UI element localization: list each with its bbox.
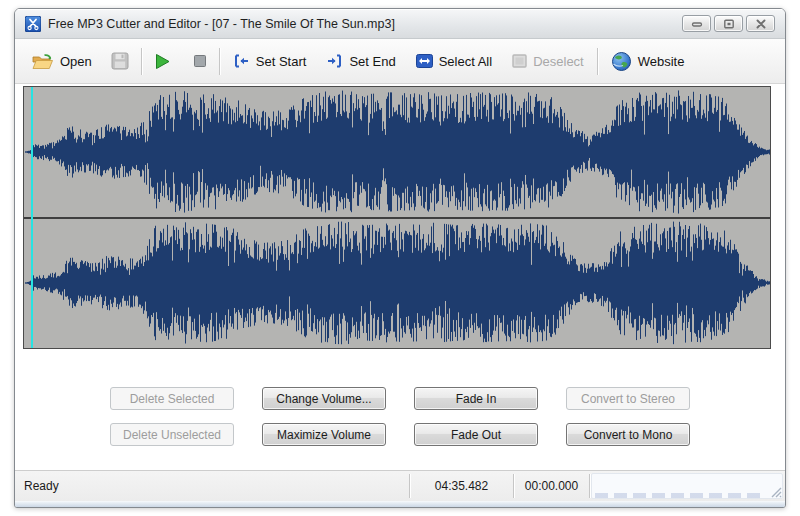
select-all-icon [416,54,433,68]
delete-unselected-button[interactable]: Delete Unselected [110,423,234,446]
toolbar-separator [597,48,598,75]
save-button[interactable] [107,48,133,74]
fade-out-button[interactable]: Fade Out [414,423,538,446]
set-start-icon [233,54,250,68]
app-window: Free MP3 Cutter and Editor - [07 - The S… [14,8,786,508]
waveform-panel [23,86,771,349]
action-buttons: Delete Selected Change Volume... Fade In… [110,387,690,446]
total-length-display: 04:35.482 [410,479,513,493]
set-end-button[interactable]: Set End [321,50,400,73]
convert-to-stereo-button[interactable]: Convert to Stereo [566,387,690,410]
minimize-button[interactable] [682,15,711,32]
maximize-icon [723,19,735,29]
stop-button[interactable] [189,50,211,72]
window-title: Free MP3 Cutter and Editor - [07 - The S… [48,17,395,31]
save-floppy-icon [111,52,129,70]
statusbar-separator [589,474,590,498]
statusbar: Ready 04:35.482 00:00.000 [15,470,785,501]
waveform-canvas[interactable] [24,87,770,348]
open-label: Open [60,54,92,69]
position-display: 00:00.000 [514,479,589,493]
set-end-icon [326,54,343,68]
play-button[interactable] [150,49,175,74]
open-button[interactable]: Open [27,49,97,74]
set-start-button[interactable]: Set Start [228,50,312,73]
close-button[interactable] [746,15,775,32]
window-controls [682,15,775,32]
set-start-label: Set Start [256,54,307,69]
deselect-button[interactable]: Deselect [507,50,589,73]
fade-in-button[interactable]: Fade In [414,387,538,410]
website-label: Website [638,54,685,69]
delete-selected-button[interactable]: Delete Selected [110,387,234,410]
open-folder-icon [32,53,54,70]
website-globe-icon [611,51,632,72]
resize-grip[interactable] [770,486,783,499]
change-volume-button[interactable]: Change Volume... [262,387,386,410]
status-message: Ready [24,479,59,493]
select-all-button[interactable]: Select All [411,50,497,73]
app-icon [25,16,41,32]
close-icon [755,19,767,29]
maximize-button[interactable] [714,15,743,32]
minimize-icon [691,19,703,29]
select-all-label: Select All [439,54,492,69]
maximize-volume-button[interactable]: Maximize Volume [262,423,386,446]
watermark [595,493,763,498]
convert-to-mono-button[interactable]: Convert to Mono [566,423,690,446]
toolbar-separator [141,48,142,75]
deselect-icon [512,54,527,68]
stop-icon [193,54,207,68]
toolbar: Open [15,39,785,84]
set-end-label: Set End [349,54,395,69]
deselect-label: Deselect [533,54,584,69]
toolbar-separator [219,48,220,75]
play-icon [154,53,171,70]
titlebar[interactable]: Free MP3 Cutter and Editor - [07 - The S… [15,9,785,39]
window-bottom-frame [15,501,785,507]
website-button[interactable]: Website [606,47,690,76]
